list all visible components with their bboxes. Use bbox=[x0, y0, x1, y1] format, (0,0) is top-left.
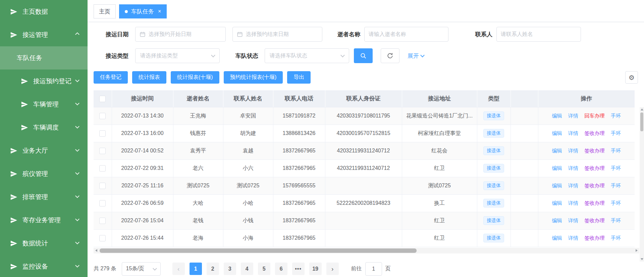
booking-stats-report-shiyan-button[interactable]: 预约统计报表(十堰) bbox=[224, 71, 283, 84]
page-size-select[interactable]: 15条/页 bbox=[122, 262, 161, 276]
search-button[interactable] bbox=[354, 48, 373, 63]
wristband-link[interactable]: 手环 bbox=[611, 235, 621, 241]
task-register-button[interactable]: 任务登记 bbox=[94, 71, 128, 84]
row-checkbox[interactable] bbox=[99, 218, 106, 224]
sidebar-item-vehicle-mgmt[interactable]: 车辆管理 bbox=[0, 93, 88, 116]
detail-link[interactable]: 详情 bbox=[568, 183, 578, 188]
process-link[interactable]: 签收办理 bbox=[584, 130, 604, 136]
process-link[interactable]: 签收办理 bbox=[584, 183, 604, 188]
sidebar-item-label: 车队任务 bbox=[17, 54, 42, 62]
contact-input-wrap bbox=[496, 27, 581, 42]
sidebar-item-transport-mgmt[interactable]: 接运管理 bbox=[0, 23, 88, 46]
wristband-link[interactable]: 手环 bbox=[611, 148, 621, 153]
prev-page-button[interactable]: ‹ bbox=[172, 263, 185, 275]
goto-page-input[interactable] bbox=[365, 262, 382, 276]
row-checkbox[interactable] bbox=[99, 165, 106, 172]
detail-link[interactable]: 详情 bbox=[568, 148, 578, 153]
expand-toggle[interactable]: 展开 bbox=[408, 52, 424, 60]
sidebar-item-shift-mgmt[interactable]: 排班管理 bbox=[0, 185, 88, 209]
edit-link[interactable]: 编辑 bbox=[552, 113, 562, 119]
close-tab-icon[interactable]: × bbox=[158, 8, 161, 14]
scroll-right-icon[interactable] bbox=[634, 248, 639, 253]
row-checkbox[interactable] bbox=[99, 235, 106, 241]
vertical-scrollbar[interactable] bbox=[640, 107, 644, 262]
sidebar-item-business-hall[interactable]: 业务大厅 bbox=[0, 139, 88, 162]
chevron-down-icon bbox=[75, 217, 79, 221]
cell-actions: 编辑 详情 回车办理 手环 bbox=[538, 107, 635, 125]
sidebar-item-transport-booking[interactable]: 接运预约登记 bbox=[0, 70, 88, 93]
scroll-up-icon[interactable] bbox=[640, 107, 644, 112]
wristband-link[interactable]: 手环 bbox=[611, 165, 621, 171]
page-button-3[interactable]: 3 bbox=[224, 263, 236, 275]
wristband-link[interactable]: 手环 bbox=[611, 183, 621, 188]
sidebar-item-home-data[interactable]: 主页数据 bbox=[0, 0, 88, 23]
detail-link[interactable]: 详情 bbox=[568, 113, 578, 119]
process-link[interactable]: 签收办理 bbox=[584, 218, 604, 223]
wristband-link[interactable]: 手环 bbox=[611, 130, 621, 136]
page-button-5[interactable]: 5 bbox=[258, 263, 270, 275]
process-link[interactable]: 签收办理 bbox=[584, 148, 604, 153]
sidebar-item-data-stats[interactable]: 数据统计 bbox=[0, 232, 88, 255]
page-button-6[interactable]: 6 bbox=[275, 263, 287, 275]
sidebar-item-vehicle-dispatch[interactable]: 车辆调度 bbox=[0, 116, 88, 139]
deceased-name-input[interactable] bbox=[369, 31, 444, 37]
tab-fleet-tasks[interactable]: 车队任务 × bbox=[119, 4, 167, 18]
detail-link[interactable]: 详情 bbox=[568, 130, 578, 136]
process-link[interactable]: 签收办理 bbox=[584, 165, 604, 171]
edit-link[interactable]: 编辑 bbox=[552, 200, 562, 206]
edit-link[interactable]: 编辑 bbox=[552, 165, 562, 171]
end-date-input[interactable] bbox=[246, 31, 318, 37]
wristband-link[interactable]: 手环 bbox=[611, 200, 621, 206]
detail-link[interactable]: 详情 bbox=[568, 165, 578, 171]
edit-link[interactable]: 编辑 bbox=[552, 130, 562, 136]
sidebar-item-funeral-mgmt[interactable]: 殡仪管理 bbox=[0, 162, 88, 185]
detail-link[interactable]: 详情 bbox=[568, 235, 578, 241]
row-checkbox[interactable] bbox=[99, 130, 106, 137]
wristband-link[interactable]: 手环 bbox=[611, 113, 621, 119]
column-settings-button[interactable]: ⚙ bbox=[625, 71, 638, 84]
sidebar-item-fleet-tasks[interactable]: 车队任务 bbox=[0, 46, 88, 70]
row-checkbox[interactable] bbox=[99, 148, 106, 154]
tab-home[interactable]: 主页 bbox=[94, 4, 116, 18]
edit-link[interactable]: 编辑 bbox=[552, 218, 562, 223]
row-checkbox[interactable] bbox=[99, 183, 106, 189]
edit-link[interactable]: 编辑 bbox=[552, 235, 562, 241]
detail-link[interactable]: 详情 bbox=[568, 218, 578, 223]
select-all-checkbox[interactable] bbox=[99, 96, 106, 102]
refresh-button[interactable] bbox=[381, 48, 399, 63]
more-pages-button[interactable]: ••• bbox=[292, 263, 305, 275]
tab-fleet-tasks-label: 车队任务 bbox=[131, 8, 154, 15]
start-date-input[interactable] bbox=[149, 31, 221, 37]
wristband-link[interactable]: 手环 bbox=[611, 218, 621, 223]
chevron-down-icon bbox=[75, 78, 79, 82]
pickup-type-select[interactable]: 请选择接运类型 bbox=[135, 48, 220, 63]
page-button-1[interactable]: 1 bbox=[190, 263, 202, 275]
contact-input[interactable] bbox=[501, 31, 577, 37]
cell-contact-name: 袁越 bbox=[223, 142, 273, 159]
horizontal-scrollbar[interactable] bbox=[94, 248, 639, 253]
fleet-status-select[interactable]: 请选择车队状态 bbox=[265, 48, 349, 63]
export-button[interactable]: 导出 bbox=[287, 71, 311, 84]
process-link[interactable]: 签收办理 bbox=[584, 235, 604, 241]
stats-report-button[interactable]: 统计报表 bbox=[132, 71, 166, 84]
next-page-button[interactable]: › bbox=[326, 263, 339, 275]
page-button-4[interactable]: 4 bbox=[241, 263, 253, 275]
process-link[interactable]: 签收办理 bbox=[584, 200, 604, 206]
row-checkbox[interactable] bbox=[99, 200, 106, 206]
horizontal-scroll-thumb[interactable] bbox=[100, 248, 417, 253]
scroll-left-icon[interactable] bbox=[94, 248, 99, 253]
process-link[interactable]: 回车办理 bbox=[584, 113, 604, 119]
edit-link[interactable]: 编辑 bbox=[552, 183, 562, 188]
row-checkbox[interactable] bbox=[99, 113, 106, 119]
detail-link[interactable]: 详情 bbox=[568, 200, 578, 206]
cell-pickup-time: 2022-07-26 15:44 bbox=[112, 229, 173, 247]
sidebar-item-monitoring[interactable]: 监控设备 bbox=[0, 255, 88, 277]
sidebar-item-storage-mgmt[interactable]: 寄存业务管理 bbox=[0, 209, 88, 232]
scroll-down-icon[interactable] bbox=[640, 257, 644, 262]
vertical-scroll-thumb[interactable] bbox=[640, 112, 643, 131]
cell-pickup-address: 换工 bbox=[402, 194, 477, 212]
page-button-2[interactable]: 2 bbox=[207, 263, 219, 275]
stats-report-shiyan-button[interactable]: 统计报表(十堰) bbox=[171, 71, 219, 84]
page-button-19[interactable]: 19 bbox=[309, 263, 322, 275]
edit-link[interactable]: 编辑 bbox=[552, 148, 562, 153]
